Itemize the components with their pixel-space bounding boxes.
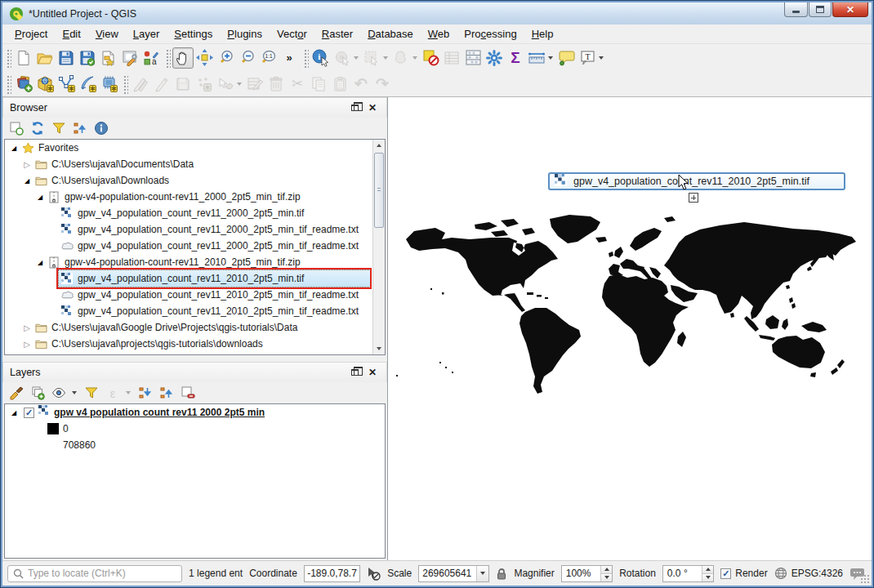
toolbar-grip[interactable] [123,74,128,94]
browser-properties-button[interactable] [92,119,110,137]
menu-vector[interactable]: Vector [270,25,314,42]
browser-tree-item[interactable]: ◢gpw-v4-population-count-rev11_2000_2pt5… [5,189,385,205]
text-annotation-button[interactable]: T [577,47,598,69]
filter-expression-button[interactable]: ε [104,384,122,402]
menu-view[interactable]: View [88,25,126,42]
new-virtual-layer-button[interactable] [98,74,119,95]
browser-tree-item[interactable]: gpw_v4_population_count_rev11_2000_2pt5_… [5,221,385,238]
browser-close-button[interactable]: ✕ [365,101,380,114]
expand-all-button[interactable] [136,384,154,402]
expander-icon[interactable]: ◢ [8,145,20,152]
toolbar-overflow-button[interactable]: » [279,47,300,69]
manage-map-themes-button[interactable] [50,384,68,402]
new-print-layout-button[interactable] [98,47,119,69]
browser-filter-button[interactable] [50,119,68,137]
scroll-up-button[interactable] [373,140,385,151]
browser-tree-item[interactable]: ▷C:\Users\ujaval\Documents\Data [5,156,385,172]
remove-layer-button[interactable] [179,384,197,402]
expander-icon[interactable]: ◢ [34,194,46,201]
map-themes-dropdown[interactable] [72,391,77,394]
coordinate-input[interactable]: -189.0,78.7 [304,565,360,582]
map-canvas[interactable]: gpw_v4_population_count_rev11_2010_2pt5_… [387,97,872,560]
vertex-tool-button[interactable] [215,74,236,95]
magnifier-spinbox[interactable]: 100% [561,565,613,582]
menu-raster[interactable]: Raster [314,25,360,42]
delete-selected-button[interactable] [265,74,287,95]
close-button[interactable]: ✕ [832,2,868,17]
redo-button[interactable]: ↷ [372,74,393,95]
feature-action-dropdown[interactable] [354,56,359,60]
filter-expression-dropdown[interactable] [126,391,131,394]
toolbar-grip[interactable] [303,48,309,68]
deselect-dropdown[interactable] [412,56,417,60]
pan-map-button[interactable] [172,47,194,69]
scale-combobox[interactable]: 269605641 [418,565,489,582]
browser-add-layer-button[interactable] [7,119,25,137]
browser-tree-item[interactable]: ▷C:\Users\ujaval\projects\qgis-tutorials… [5,336,385,352]
browser-tree-item[interactable]: gpw_v4_population_count_rev11_2010_2pt5_… [5,270,385,287]
processing-toolbox-button[interactable] [484,47,505,69]
new-shapefile-layer-button[interactable] [56,74,77,95]
select-features-dropdown[interactable] [383,56,388,60]
expander-icon[interactable]: ▷ [21,160,33,169]
add-group-button[interactable] [29,384,47,402]
layer-styling-button[interactable] [7,384,25,402]
deselect-all-button[interactable] [420,47,441,69]
annotation-dropdown[interactable] [599,56,604,60]
map-tips-button[interactable] [555,47,577,69]
browser-panel-header[interactable]: Browser ✕ [2,97,387,118]
open-attribute-table-button[interactable] [441,47,462,69]
menu-web[interactable]: Web [421,25,457,42]
menu-settings[interactable]: Settings [167,25,220,42]
browser-tree-item[interactable]: ◢Favorites [5,140,385,156]
menu-layer[interactable]: Layer [126,25,167,42]
toggle-editing-button[interactable] [151,74,172,95]
maximize-button[interactable] [809,2,832,17]
browser-tree-item[interactable]: gpw_v4_population_count_rev11_2010_2pt5_… [5,303,385,319]
current-edits-button[interactable] [130,74,151,95]
layers-close-button[interactable]: ✕ [365,366,380,379]
show-layout-manager-button[interactable] [119,47,140,69]
toolbar-grip[interactable] [6,74,11,94]
menu-database[interactable]: Database [360,25,421,42]
deselect-features-button[interactable] [390,47,412,69]
locate-box[interactable] [7,565,182,582]
identify-features-button[interactable]: i [310,47,332,69]
save-edits-button[interactable] [172,74,194,95]
data-source-manager-button[interactable] [13,74,34,95]
layers-float-button[interactable] [347,366,362,379]
rotation-spinbox[interactable]: 0.0 ° [662,565,714,582]
layer-expander[interactable]: ◢ [8,409,20,416]
zoom-native-button[interactable]: 1:1 [257,47,279,69]
browser-refresh-button[interactable] [29,119,47,137]
expander-icon[interactable]: ◢ [21,177,33,185]
render-checkbox[interactable]: ✓ [720,568,731,579]
collapse-all-button[interactable] [158,384,176,402]
statistical-summary-button[interactable]: Σ [505,47,526,69]
layer-visibility-checkbox[interactable]: ✓ [24,408,34,418]
menu-project[interactable]: Project [7,25,55,42]
browser-collapse-all-button[interactable] [71,119,89,137]
browser-tree-item[interactable]: ◢gpw-v4-population-count-rev11_2010_2pt5… [5,254,385,270]
run-feature-action-button[interactable] [332,47,353,69]
zoom-out-button[interactable] [236,47,257,69]
browser-tree-item[interactable]: ▷C:\Users\ujaval\Google Drive\Projects\q… [5,319,385,336]
cut-features-button[interactable]: ✂ [287,74,308,95]
copy-features-button[interactable] [308,74,329,95]
magnifier-up-button[interactable] [601,566,612,574]
browser-tree-item[interactable]: gpw_v4_population_count_rev11_2010_2pt5_… [5,287,385,303]
menu-processing[interactable]: Processing [457,25,524,42]
menu-edit[interactable]: Edit [55,25,87,42]
lock-scale-icon[interactable] [496,568,507,580]
layers-panel-header[interactable]: Layers ✕ [2,362,387,382]
vertex-tool-dropdown[interactable] [237,82,242,86]
new-spatialite-layer-button[interactable] [77,74,98,95]
resize-grip[interactable] [860,574,870,584]
open-project-button[interactable] [34,47,56,69]
browser-tree-item[interactable]: ◢C:\Users\ujaval\Downloads [5,172,385,189]
crs-status-button[interactable]: EPSG:4326 [774,567,843,580]
select-features-button[interactable] [361,47,382,69]
save-project-button[interactable] [56,47,77,69]
add-feature-button[interactable] [194,74,215,95]
zoom-in-button[interactable] [215,47,236,69]
